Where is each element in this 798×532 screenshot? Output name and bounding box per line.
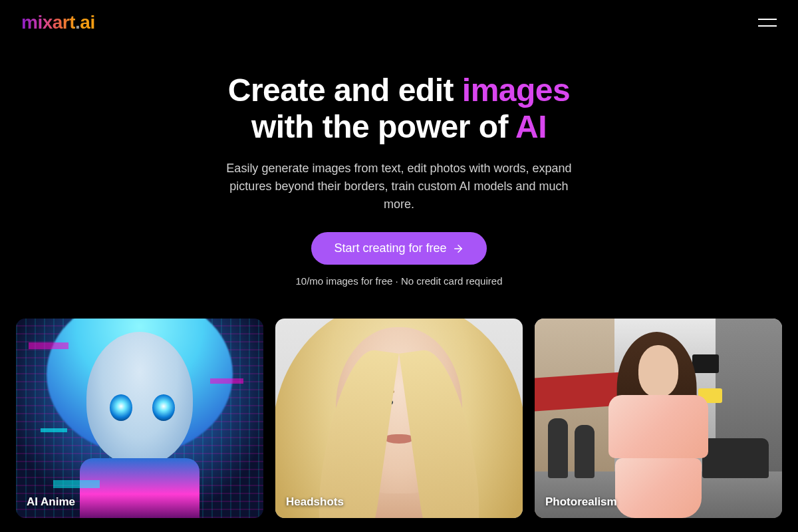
logo-text-suffix: ai [80, 12, 94, 33]
cta-note: 10/mo images for free · No credit card r… [13, 275, 785, 287]
start-creating-button[interactable]: Start creating for free [311, 232, 486, 265]
feature-cards: AI Anime Headshots [0, 287, 798, 518]
card-image-headshot [275, 319, 523, 518]
card-image-anime [16, 319, 263, 518]
logo[interactable]: mixart.ai [21, 12, 95, 33]
card-ai-anime[interactable]: AI Anime [16, 319, 263, 518]
card-photorealism[interactable]: Photorealism [535, 319, 782, 518]
hero-section: Create and edit images with the power of… [0, 45, 798, 287]
logo-text-main: mixart [21, 12, 75, 33]
hero-title-accent1: images [462, 72, 570, 108]
hero-title-accent2: AI [515, 109, 547, 144]
card-image-photoreal [535, 319, 782, 518]
cta-label: Start creating for free [334, 241, 446, 255]
hamburger-menu-icon[interactable] [758, 16, 777, 29]
card-label: AI Anime [27, 495, 75, 509]
hero-title-part2: with the power of [251, 109, 515, 144]
card-label: Photorealism [545, 495, 617, 509]
hero-subtitle: Easily generate images from text, edit p… [213, 160, 585, 213]
hero-title-part1: Create and edit [228, 72, 462, 108]
header: mixart.ai [0, 0, 798, 45]
hero-title: Create and edit images with the power of… [13, 72, 785, 145]
card-headshots[interactable]: Headshots [275, 319, 523, 518]
card-label: Headshots [286, 495, 344, 509]
arrow-right-icon [452, 243, 464, 255]
